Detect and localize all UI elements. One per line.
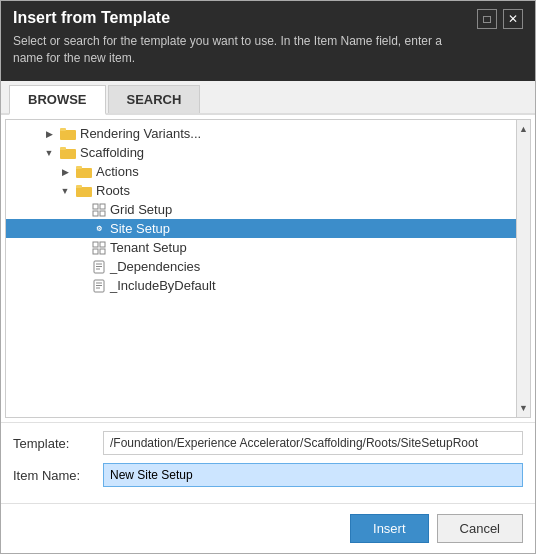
scroll-down-arrow[interactable]: ▼ (517, 399, 531, 417)
svg-rect-10 (100, 204, 105, 209)
list-item[interactable]: Tenant Setup (6, 238, 516, 257)
svg-rect-7 (76, 187, 92, 197)
list-item[interactable]: ▼ Roots (6, 181, 516, 200)
svg-rect-9 (93, 204, 98, 209)
svg-rect-8 (76, 185, 82, 188)
site-setup-icon: ⚙ (91, 222, 107, 236)
close-button[interactable]: ✕ (503, 9, 523, 29)
item-label-roots: Roots (96, 183, 130, 198)
tab-search[interactable]: SEARCH (108, 85, 201, 113)
svg-rect-13 (93, 242, 98, 247)
expand-icon-scaffolding[interactable]: ▼ (42, 146, 56, 160)
tree-container: ▶ Rendering Variants... ▼ (5, 119, 531, 418)
item-label-dependencies: _Dependencies (110, 259, 200, 274)
template-row: Template: (13, 431, 523, 455)
template-label: Template: (13, 436, 103, 451)
insert-from-template-dialog: Insert from Template Select or search fo… (0, 0, 536, 554)
svg-rect-12 (100, 211, 105, 216)
folder-icon-roots (75, 184, 93, 198)
template-input[interactable] (103, 431, 523, 455)
list-item[interactable]: ▼ Scaffolding (6, 143, 516, 162)
tabs-bar: BROWSE SEARCH (1, 81, 535, 115)
item-label-scaffolding: Scaffolding (80, 145, 144, 160)
include-by-default-icon (91, 279, 107, 293)
svg-rect-4 (60, 147, 66, 150)
dialog-subtitle: Select or search for the template you wa… (13, 33, 453, 67)
expand-icon-roots[interactable]: ▼ (58, 184, 72, 198)
item-label-site-setup: Site Setup (110, 221, 170, 236)
dependencies-icon (91, 260, 107, 274)
item-label-tenant-setup: Tenant Setup (110, 240, 187, 255)
item-name-input[interactable] (103, 463, 523, 487)
item-label-actions: Actions (96, 164, 139, 179)
svg-rect-3 (60, 149, 76, 159)
item-label-rendering-variants: Rendering Variants... (80, 126, 201, 141)
svg-rect-5 (76, 168, 92, 178)
list-item[interactable]: _Dependencies (6, 257, 516, 276)
dialog-title: Insert from Template (13, 9, 453, 27)
minimize-button[interactable]: □ (477, 9, 497, 29)
dialog-title-buttons: □ ✕ (477, 9, 523, 29)
folder-icon-scaffolding (59, 146, 77, 160)
dialog-titlebar: Insert from Template Select or search fo… (1, 1, 535, 81)
list-item[interactable]: Grid Setup (6, 200, 516, 219)
scrollbar: ▲ ▼ (516, 120, 530, 417)
tenant-setup-icon (91, 241, 107, 255)
tree-scroll[interactable]: ▶ Rendering Variants... ▼ (6, 120, 516, 417)
svg-rect-11 (93, 211, 98, 216)
cancel-button[interactable]: Cancel (437, 514, 523, 543)
dialog-footer: Insert Cancel (1, 503, 535, 553)
svg-rect-14 (100, 242, 105, 247)
form-section: Template: Item Name: (1, 422, 535, 503)
svg-rect-2 (60, 128, 66, 131)
scroll-up-arrow[interactable]: ▲ (517, 120, 531, 138)
list-item[interactable]: ⚙ Site Setup (6, 219, 516, 238)
item-label-include-by-default: _IncludeByDefault (110, 278, 216, 293)
svg-rect-6 (76, 166, 82, 169)
insert-button[interactable]: Insert (350, 514, 429, 543)
folder-icon-actions (75, 165, 93, 179)
svg-rect-15 (93, 249, 98, 254)
list-item[interactable]: ▶ Actions (6, 162, 516, 181)
dialog-title-area: Insert from Template Select or search fo… (13, 9, 453, 67)
list-item[interactable]: _IncludeByDefault (6, 276, 516, 295)
expand-icon-actions[interactable]: ▶ (58, 165, 72, 179)
tab-browse[interactable]: BROWSE (9, 85, 106, 115)
grid-setup-icon (91, 203, 107, 217)
item-label-grid-setup: Grid Setup (110, 202, 172, 217)
svg-rect-16 (100, 249, 105, 254)
expand-icon-rendering-variants[interactable]: ▶ (42, 127, 56, 141)
item-name-label: Item Name: (13, 468, 103, 483)
folder-icon-rendering-variants (59, 127, 77, 141)
list-item[interactable]: ▶ Rendering Variants... (6, 124, 516, 143)
item-name-row: Item Name: (13, 463, 523, 487)
